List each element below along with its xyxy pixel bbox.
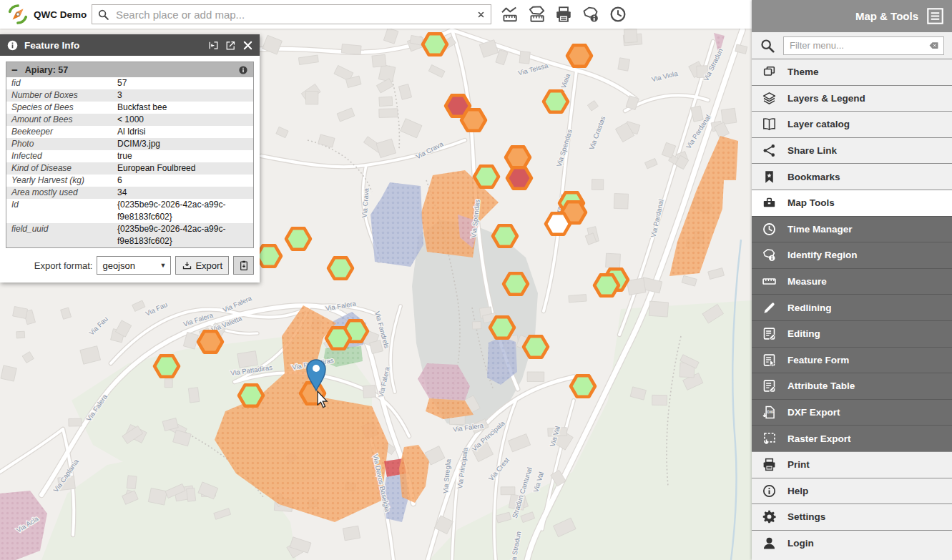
sidebar-item-measure[interactable]: Measure	[752, 268, 952, 295]
apiary-hexagon-marker[interactable]	[493, 225, 517, 246]
search-input[interactable]	[114, 8, 471, 21]
feature-header-row[interactable]: − Apiary: 57	[6, 62, 253, 77]
attribute-value: true	[117, 150, 253, 162]
building	[363, 385, 376, 398]
identify-region-tool-button[interactable]	[581, 5, 600, 24]
search-clear-icon[interactable]	[476, 10, 486, 19]
attribute-table-icon	[762, 378, 777, 393]
sidebar-item-label: Share Link	[787, 145, 837, 156]
search-box[interactable]	[92, 4, 491, 24]
identify-region-icon	[761, 247, 777, 262]
sidebar-item-help[interactable]: Help	[752, 478, 952, 504]
search-icon	[760, 38, 775, 54]
chevron-down-icon: ▼	[160, 262, 167, 269]
building	[624, 29, 637, 43]
sidebar-item-identify-region[interactable]: Identify Region	[752, 242, 952, 268]
apiary-hexagon-marker[interactable]	[328, 257, 353, 278]
feature-info-title: Feature Info	[24, 40, 202, 51]
building	[127, 476, 137, 489]
measure-area-tool-button[interactable]	[527, 5, 546, 24]
apiary-hexagon-marker[interactable]	[490, 317, 514, 338]
hamburger-menu-icon[interactable]	[926, 7, 944, 25]
backspace-clear-icon	[928, 40, 939, 51]
print-icon	[762, 457, 777, 472]
sidebar-item-layers-legend[interactable]: Layers & Legend	[752, 85, 952, 112]
apiary-hexagon-marker[interactable]	[257, 245, 281, 266]
apiary-hexagon-marker[interactable]	[154, 355, 179, 376]
time-manager-tool-button[interactable]	[609, 5, 627, 24]
close-icon[interactable]	[242, 40, 253, 51]
apiary-hexagon-marker[interactable]	[567, 45, 592, 66]
filter-menu-box[interactable]	[783, 36, 944, 55]
apiary-hexagon-marker[interactable]	[544, 91, 568, 112]
apiary-hexagon-marker[interactable]	[461, 109, 486, 130]
help-icon	[762, 483, 777, 498]
apiary-hexagon-marker[interactable]	[239, 385, 263, 406]
feature-info-header[interactable]: Feature Info	[0, 34, 260, 56]
backspace-clear-icon[interactable]	[928, 40, 939, 51]
print-tool-button[interactable]	[554, 5, 573, 24]
building	[721, 108, 737, 124]
sidebar-item-label: Map Tools	[787, 197, 835, 208]
sidebar-item-login[interactable]: Login	[752, 530, 952, 556]
collapse-icon[interactable]: −	[11, 64, 18, 75]
apiary-hexagon-marker[interactable]	[594, 275, 619, 295]
undock-icon[interactable]	[225, 40, 236, 51]
sidebar-item-map-tools[interactable]: Map Tools	[752, 190, 952, 216]
building	[341, 44, 361, 55]
feature-info-icon[interactable]	[238, 65, 248, 75]
settings-icon	[762, 509, 777, 524]
sidebar-menu: ThemeLayers & LegendLayer catalogShare L…	[752, 59, 952, 556]
sidebar-item-dxf-export[interactable]: DXFDXF Export	[752, 399, 952, 426]
apiary-hexagon-marker[interactable]	[571, 375, 595, 396]
attribute-label: Id	[6, 199, 117, 223]
export-button[interactable]: Export	[175, 256, 229, 275]
measure-line-tool-button[interactable]	[500, 5, 519, 24]
building	[372, 54, 386, 67]
dock-icon[interactable]	[208, 40, 219, 51]
attribute-value: Buckfast bee	[117, 102, 253, 114]
sidebar-item-label: Layer catalog	[787, 119, 850, 129]
apiary-hexagon-marker[interactable]	[326, 328, 350, 348]
apiary-hexagon-marker[interactable]	[286, 228, 310, 249]
sidebar-item-label: Editing	[787, 328, 820, 339]
apiary-hexagon-marker[interactable]	[198, 331, 222, 352]
building	[370, 340, 383, 354]
sidebar-item-label: Time Manager	[787, 224, 853, 235]
sidebar-item-feature-form[interactable]: Feature Form	[752, 347, 952, 373]
sidebar-item-time-manager[interactable]: Time Manager	[752, 216, 952, 242]
feature-info-body: − Apiary: 57 fid57Number of Boxes3Specie…	[0, 56, 260, 283]
sidebar-item-print[interactable]: Print	[752, 451, 952, 478]
sidebar-item-bookmarks[interactable]: Bookmarks	[752, 163, 952, 190]
attribute-label: Area mostly used	[6, 187, 117, 199]
sidebar-item-attribute-table[interactable]: Attribute Table	[752, 373, 952, 399]
copy-to-clipboard-button[interactable]	[233, 256, 254, 275]
apiary-hexagon-marker[interactable]	[507, 167, 531, 188]
building	[378, 64, 396, 82]
sidebar-item-share-link[interactable]: Share Link	[752, 137, 952, 164]
apiary-hexagon-marker[interactable]	[524, 336, 548, 357]
login-icon	[761, 536, 777, 551]
filter-menu-input[interactable]	[788, 39, 926, 51]
attribute-row: Id{0235be9c-2026-42ac-a99c-f9e8183fc602}	[6, 199, 253, 223]
apiary-hexagon-marker[interactable]	[506, 147, 530, 167]
attribute-row: Species of BeesBuckfast bee	[6, 102, 253, 114]
sidebar-item-layer-catalog[interactable]: Layer catalog	[752, 111, 952, 137]
export-download-icon	[182, 260, 192, 271]
sidebar-item-editing[interactable]: Editing	[752, 320, 952, 347]
apiary-hexagon-marker[interactable]	[504, 273, 528, 294]
export-format-select[interactable]: geojson ▼	[97, 256, 171, 275]
sidebar-item-theme[interactable]: Theme	[752, 59, 952, 85]
apiary-hexagon-marker[interactable]	[423, 34, 447, 54]
apiary-hexagon-marker[interactable]	[546, 213, 570, 234]
building	[343, 526, 360, 541]
app-logo: QWC Demo	[0, 4, 92, 25]
sidebar-item-redlining[interactable]: Redlining	[752, 294, 952, 320]
attribute-value: {0235be9c-2026-42ac-a99c-f9e8183fc602}	[117, 199, 253, 223]
sidebar-item-settings[interactable]: Settings	[752, 503, 952, 530]
building	[519, 51, 530, 64]
apiary-hexagon-marker[interactable]	[474, 166, 499, 187]
search-clear-icon	[476, 10, 486, 19]
attribute-label: Beekeeper	[6, 126, 117, 138]
sidebar-item-raster-export[interactable]: Raster Export	[752, 425, 952, 451]
